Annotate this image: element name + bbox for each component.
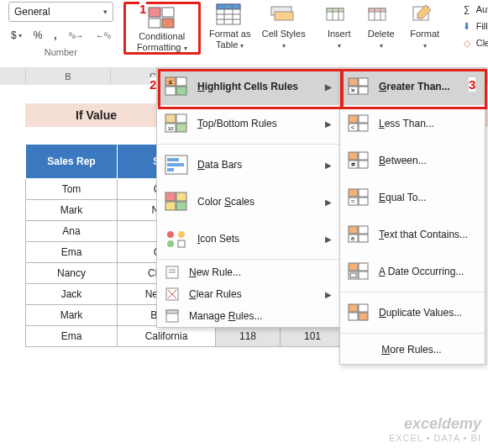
svg-rect-57	[359, 115, 368, 123]
cell-styles-button[interactable]: Cell Styles ▾	[260, 2, 308, 55]
new-rule-item[interactable]: New Rule...	[157, 261, 340, 283]
clear-rules-item[interactable]: Clear Rules ▶	[157, 283, 340, 305]
svg-text:10: 10	[168, 126, 174, 131]
duplicate-values-label: Duplicate Values...	[379, 307, 462, 319]
svg-text:⇄: ⇄	[351, 162, 355, 167]
fill-button[interactable]: ⬇Fill ▾	[461, 18, 488, 34]
new-rule-icon	[164, 265, 181, 280]
svg-rect-76	[349, 263, 358, 271]
submenu-arrow-icon: ▶	[325, 290, 332, 299]
currency-button[interactable]: $▾	[8, 28, 24, 43]
comma-button[interactable]: ,	[51, 28, 59, 43]
greater-than-icon: >	[347, 76, 370, 97]
less-than-icon: <	[347, 113, 370, 134]
clear-rules-label: Clear Rules	[189, 288, 317, 300]
text-contains-label: Text that Contains...	[379, 229, 468, 240]
svg-point-39	[167, 231, 174, 238]
svg-rect-35	[165, 192, 176, 201]
callout-1: 1	[139, 2, 146, 16]
table-cell[interactable]: California	[118, 326, 216, 347]
submenu-arrow-icon: ▶	[325, 161, 332, 170]
percent-button[interactable]: %	[31, 28, 45, 43]
svg-rect-0	[149, 8, 160, 17]
svg-rect-70	[359, 198, 368, 205]
top-bottom-label: Top/Bottom Rules	[197, 118, 317, 129]
eraser-icon: ◇	[461, 38, 473, 49]
equal-to-icon: =	[347, 187, 370, 208]
svg-rect-80	[359, 271, 368, 279]
watermark-tagline: EXCEL • DATA • BI	[389, 433, 481, 443]
format-icon	[411, 3, 439, 27]
svg-rect-38	[176, 202, 186, 210]
svg-rect-34	[167, 168, 174, 171]
svg-rect-25	[176, 87, 186, 95]
insert-label: Insert▾	[328, 29, 351, 50]
svg-rect-72	[359, 226, 368, 234]
table-cell[interactable]: Nancy	[26, 263, 118, 284]
insert-button[interactable]: Insert▾	[318, 2, 360, 50]
data-bars-item[interactable]: Data Bars ▶	[157, 146, 340, 183]
manage-rules-item[interactable]: Manage Rules...	[157, 305, 340, 327]
svg-rect-26	[165, 114, 176, 123]
submenu-arrow-icon: ▶	[325, 119, 332, 129]
table-cell[interactable]: Mark	[26, 200, 118, 221]
greater-than-label: Greater Than...	[379, 81, 450, 92]
svg-rect-60	[359, 124, 368, 131]
format-button[interactable]: Format▾	[402, 2, 448, 50]
text-contains-item[interactable]: a Text that Contains...	[340, 216, 485, 253]
svg-text:>: >	[351, 87, 355, 94]
svg-rect-81	[349, 304, 358, 312]
svg-rect-4	[217, 4, 240, 9]
table-cell[interactable]: Ema	[26, 326, 118, 347]
svg-rect-56	[349, 115, 358, 123]
greater-than-item[interactable]: > Greater Than...	[340, 68, 485, 105]
svg-rect-67	[359, 189, 368, 197]
conditional-formatting-menu: ≤ Highlight Cells Rules ▶ 10 Top/Bottom …	[156, 67, 341, 328]
insert-icon	[325, 3, 354, 27]
table-cell[interactable]: 118	[216, 326, 281, 347]
table-cell[interactable]: Mark	[26, 305, 118, 326]
table-cell[interactable]: Ema	[26, 242, 118, 263]
watermark: exceldemy EXCEL • DATA • BI	[389, 415, 481, 443]
color-scales-item[interactable]: Color Scales ▶	[157, 183, 340, 220]
duplicate-values-item[interactable]: Duplicate Values...	[340, 294, 485, 331]
editing-group: ∑AutoSu ⬇Fill ▾ ◇Clear ▾	[458, 2, 488, 50]
svg-rect-22	[176, 77, 186, 86]
text-contains-icon: a	[347, 224, 370, 245]
svg-rect-84	[359, 313, 368, 320]
less-than-item[interactable]: < Less Than...	[340, 105, 485, 142]
between-icon: ⇄	[347, 150, 370, 171]
top-bottom-rules-item[interactable]: 10 Top/Bottom Rules ▶	[157, 105, 340, 142]
icon-sets-item[interactable]: Icon Sets ▶	[157, 220, 340, 257]
between-item[interactable]: ⇄ Between...	[340, 142, 485, 179]
submenu-arrow-icon: ▶	[325, 82, 332, 92]
col-b[interactable]: B	[26, 68, 111, 85]
format-label: Format▾	[410, 29, 439, 50]
svg-rect-55	[359, 87, 368, 94]
clear-button[interactable]: ◇Clear ▾	[461, 35, 488, 50]
number-format-combo[interactable]: General ▾	[8, 2, 113, 22]
equal-to-label: Equal To...	[379, 192, 427, 203]
equal-to-item[interactable]: = Equal To...	[340, 179, 485, 216]
svg-rect-71	[349, 226, 358, 234]
table-cell[interactable]: Jack	[26, 284, 118, 305]
increase-decimal-button[interactable]: ⁰₀→	[66, 29, 87, 42]
svg-rect-27	[176, 114, 186, 123]
table-cell[interactable]: Ana	[26, 221, 118, 242]
autosum-button[interactable]: ∑AutoSu	[461, 2, 488, 17]
highlight-cells-rules-item[interactable]: ≤ Highlight Cells Rules ▶	[157, 68, 340, 105]
more-rules-label: More Rules...	[381, 344, 441, 356]
format-as-table-button[interactable]: Format as Table ▾	[201, 2, 260, 55]
decrease-decimal-button[interactable]: ←⁰₀	[93, 29, 113, 42]
delete-button[interactable]: Delete▾	[360, 2, 402, 50]
conditional-formatting-button[interactable]: Conditional Formatting ▾	[123, 2, 201, 55]
table-cell[interactable]: 101	[281, 326, 345, 347]
svg-rect-5	[217, 9, 240, 24]
svg-text:<: <	[351, 124, 355, 131]
date-occurring-item[interactable]: A Date Occurring...	[340, 253, 485, 290]
more-rules-item[interactable]: More Rules...	[340, 335, 485, 364]
table-cell[interactable]: Tom	[26, 179, 118, 200]
clear-rules-icon	[164, 287, 181, 302]
svg-rect-13	[327, 8, 344, 12]
callout-2: 2	[150, 77, 156, 92]
